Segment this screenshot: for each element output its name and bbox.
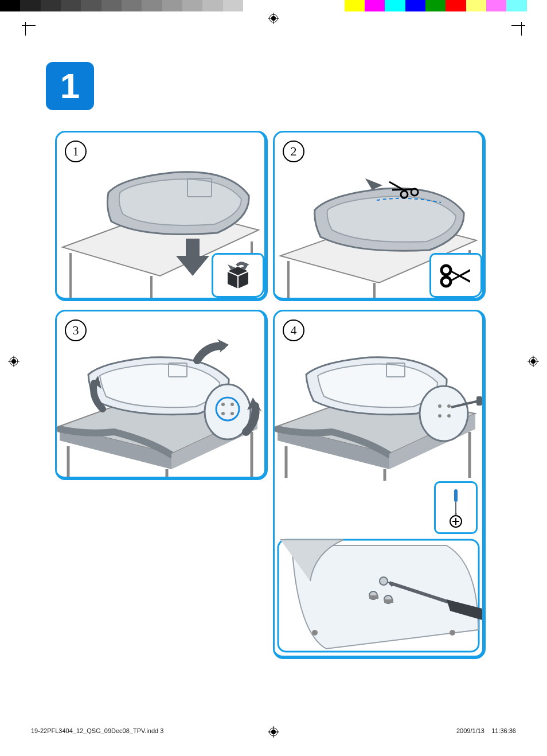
crop-mark <box>25 22 26 36</box>
registration-mark-top <box>268 13 279 24</box>
svg-point-28 <box>441 266 451 275</box>
screwdriver-icon <box>441 487 470 528</box>
step-number: 2 <box>283 141 304 162</box>
illustration-attach-stand <box>57 311 264 477</box>
svg-rect-57 <box>369 595 378 599</box>
svg-point-37 <box>230 403 234 406</box>
footer-date: 2009/1/13 <box>456 727 485 734</box>
step-number: 3 <box>65 319 87 341</box>
step-panel-4: 4 <box>273 310 486 659</box>
footer-time: 11:36:36 <box>491 727 516 734</box>
section-number-badge: 1 <box>46 62 94 110</box>
action-box-unbox <box>212 253 264 298</box>
svg-point-46 <box>447 404 451 408</box>
footer-filename: 19-22PFL3404_12_QSG_09Dec08_TPV.indd 3 <box>31 727 163 734</box>
registration-mark-right <box>528 356 539 367</box>
svg-point-52 <box>312 630 318 636</box>
svg-line-27 <box>392 189 412 190</box>
svg-point-48 <box>447 414 451 418</box>
svg-point-47 <box>438 414 441 418</box>
crop-mark <box>22 25 36 26</box>
print-color-bar <box>0 0 547 11</box>
action-box-screwdriver <box>434 481 478 534</box>
svg-point-54 <box>380 577 388 585</box>
registration-mark-left <box>8 356 19 367</box>
step-panel-2: 2 <box>273 131 486 301</box>
svg-point-36 <box>221 403 225 406</box>
svg-rect-60 <box>455 502 456 513</box>
svg-point-39 <box>230 412 234 415</box>
svg-point-38 <box>221 412 225 415</box>
crop-mark <box>521 22 522 36</box>
svg-point-44 <box>420 386 468 441</box>
svg-rect-50 <box>476 396 482 406</box>
svg-point-29 <box>441 277 451 286</box>
scissors-icon <box>438 261 474 290</box>
step-number: 1 <box>65 141 87 162</box>
svg-rect-59 <box>454 489 458 502</box>
svg-point-45 <box>438 404 441 408</box>
crop-mark <box>511 25 525 26</box>
step-panel-1: 1 <box>55 131 268 301</box>
step-number: 4 <box>283 319 304 341</box>
svg-rect-58 <box>384 599 393 603</box>
action-box-scissors <box>429 253 482 298</box>
page-content: 1 1 <box>34 46 513 723</box>
svg-point-53 <box>450 630 455 636</box>
print-footer: 19-22PFL3404_12_QSG_09Dec08_TPV.indd 3 2… <box>31 727 516 734</box>
unbox-icon <box>221 260 255 291</box>
step-panel-3: 3 <box>55 310 268 480</box>
